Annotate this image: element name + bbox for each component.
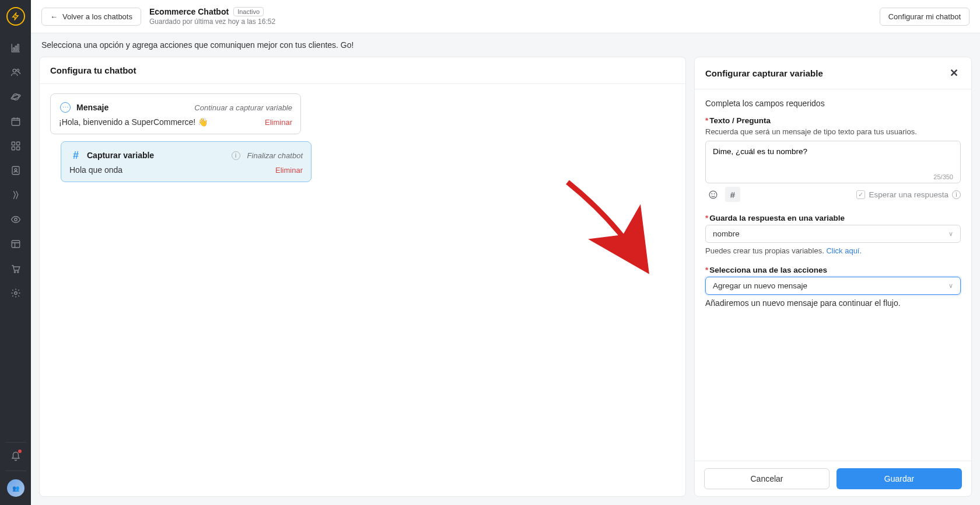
- arrow-left-icon: ←: [50, 12, 58, 21]
- svg-point-4: [16, 69, 19, 71]
- config-panel-title: Configurar capturar variable: [705, 68, 823, 78]
- apps-icon[interactable]: [5, 135, 26, 156]
- flow-card-capture-variable[interactable]: # Capturar variable i Finalizar chatbot …: [61, 141, 312, 182]
- info-icon[interactable]: i: [952, 190, 961, 199]
- flow-panel: Configura tu chatbot ⋯ Mensaje Continuar…: [39, 57, 686, 497]
- layout-icon[interactable]: [5, 234, 26, 255]
- flow-panel-title: Configura tu chatbot: [40, 57, 685, 84]
- wait-checkbox[interactable]: ✓: [856, 190, 865, 199]
- delete-link[interactable]: Eliminar: [265, 118, 292, 127]
- svg-rect-10: [12, 147, 15, 150]
- variable-insert-icon[interactable]: #: [725, 187, 740, 202]
- svg-point-20: [712, 193, 712, 194]
- users-icon[interactable]: [5, 62, 26, 83]
- sidebar: 👥: [0, 0, 31, 505]
- variable-helper: Puedes crear tus propias variables. Clic…: [705, 246, 961, 255]
- svg-point-3: [13, 69, 16, 72]
- svg-rect-1: [15, 46, 16, 51]
- flow-card-message[interactable]: ⋯ Mensaje Continuar a capturar variable …: [50, 93, 301, 134]
- emoji-icon[interactable]: [705, 187, 720, 202]
- topbar: ← Volver a los chatbots Ecommerce Chatbo…: [31, 0, 980, 33]
- message-icon: ⋯: [59, 101, 72, 114]
- flow-card-text: Hola que onda: [69, 165, 123, 175]
- delete-link[interactable]: Eliminar: [275, 166, 303, 175]
- svg-point-21: [714, 193, 715, 194]
- svg-rect-2: [18, 44, 19, 51]
- form-note: Completa los campos requeridos: [705, 99, 961, 108]
- variable-select[interactable]: nombre ∨: [705, 225, 961, 243]
- cancel-button[interactable]: Cancelar: [704, 468, 830, 489]
- flow-card-title: Mensaje: [76, 103, 108, 112]
- contact-icon[interactable]: [5, 160, 26, 181]
- svg-rect-0: [13, 48, 14, 51]
- back-button[interactable]: ← Volver a los chatbots: [41, 8, 141, 26]
- continue-label: Continuar a capturar variable: [194, 103, 292, 112]
- title-block: Ecommerce Chatbot Inactivo Guardado por …: [149, 7, 275, 26]
- svg-rect-11: [16, 147, 19, 150]
- field-label-text: Texto / Pregunta: [709, 116, 771, 125]
- create-variable-link[interactable]: Click aquí.: [826, 246, 862, 255]
- configure-button[interactable]: Configurar mi chatbot: [880, 8, 970, 26]
- saved-text: Guardado por última vez hoy a las 16:52: [149, 18, 275, 26]
- chevron-down-icon: ∨: [949, 282, 953, 290]
- flow-card-title: Capturar variable: [87, 151, 154, 160]
- svg-rect-8: [12, 142, 15, 145]
- cart-icon[interactable]: [5, 258, 26, 279]
- logo-icon[interactable]: [6, 7, 25, 26]
- question-textarea[interactable]: [713, 147, 953, 172]
- eye-icon[interactable]: [5, 209, 26, 230]
- bell-icon[interactable]: [5, 442, 26, 471]
- field-helper: Recuerda que será un mensaje de tipo tex…: [705, 127, 961, 136]
- tag-icon[interactable]: [5, 184, 26, 206]
- instruction-text: Selecciona una opción y agrega acciones …: [31, 33, 980, 57]
- close-icon[interactable]: ✕: [947, 65, 961, 81]
- svg-point-19: [709, 191, 717, 198]
- save-button[interactable]: Guardar: [836, 468, 962, 489]
- svg-rect-15: [12, 241, 20, 248]
- svg-rect-7: [12, 119, 20, 126]
- svg-point-14: [14, 218, 17, 221]
- page-title: Ecommerce Chatbot: [149, 7, 229, 16]
- wait-label: Esperar una respuesta: [869, 190, 949, 199]
- svg-point-13: [15, 169, 17, 171]
- settings-icon[interactable]: [5, 283, 26, 304]
- char-counter: 25/350: [713, 173, 953, 180]
- avatar[interactable]: 👥: [7, 479, 24, 497]
- svg-point-17: [17, 271, 18, 273]
- svg-point-18: [14, 292, 17, 295]
- flow-card-text: ¡Hola, bienvenido a SuperCommerce! 👋: [59, 117, 208, 127]
- back-label: Volver a los chatbots: [62, 12, 132, 21]
- planet-icon[interactable]: [5, 86, 26, 107]
- svg-point-16: [14, 271, 15, 273]
- svg-rect-9: [16, 142, 19, 145]
- field-label-variable: Guarda la respuesta en una variable: [709, 214, 845, 222]
- action-select[interactable]: Agregar un nuevo mensaje ∨: [705, 277, 961, 295]
- chevron-down-icon: ∨: [949, 230, 953, 238]
- hash-icon: #: [69, 149, 82, 162]
- info-icon: i: [232, 151, 240, 160]
- config-panel: Configurar capturar variable ✕ Completa …: [694, 57, 972, 497]
- svg-point-6: [10, 94, 20, 100]
- field-label-action: Selecciona una de las acciones: [709, 266, 827, 274]
- finalize-label: Finalizar chatbot: [247, 151, 303, 160]
- status-badge: Inactivo: [233, 7, 264, 16]
- action-description: Añadiremos un nuevo mensaje para continu…: [705, 298, 961, 308]
- calendar-icon[interactable]: [5, 111, 26, 132]
- chart-icon[interactable]: [5, 37, 26, 58]
